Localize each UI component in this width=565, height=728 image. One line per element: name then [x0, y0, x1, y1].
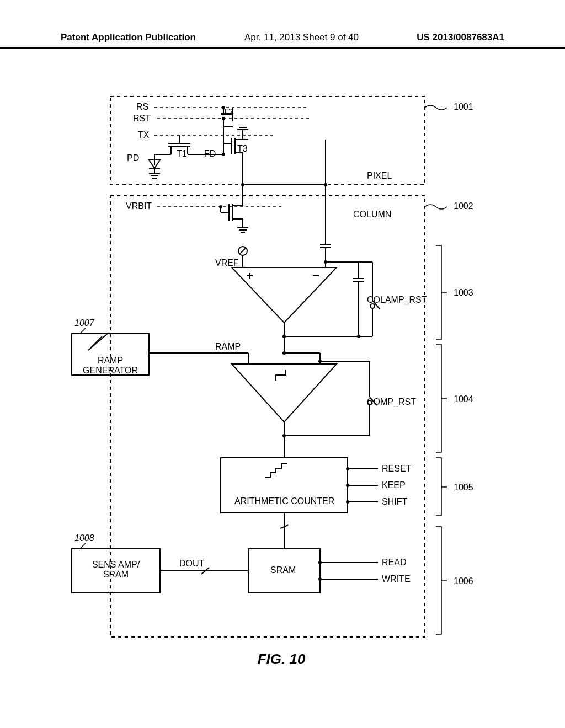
label-write: WRITE [382, 574, 411, 584]
label-pd: PD [127, 153, 139, 163]
ref-1007: 1007 [74, 318, 94, 328]
label-ramp: RAMP [215, 342, 241, 352]
label-vref: VREF [215, 258, 239, 268]
label-ramp-generator: RAMP GENERATOR [83, 356, 138, 376]
label-comp-rst: COMP_RST [367, 397, 416, 407]
svg-point-85 [282, 335, 286, 338]
svg-point-83 [357, 335, 360, 338]
svg-point-56 [324, 183, 327, 186]
label-t2: T2 [223, 108, 233, 117]
svg-rect-1 [110, 196, 425, 637]
header-left: Patent Application Publication [61, 32, 196, 43]
svg-point-72 [324, 260, 327, 264]
ref-1004: 1004 [454, 394, 473, 404]
label-reset: RESET [382, 464, 411, 474]
svg-point-117 [318, 561, 322, 564]
label-colamp-rst: COLAMP_RST [367, 295, 427, 305]
ref-1005: 1005 [454, 483, 473, 493]
figure-title: FIG. 10 [61, 651, 502, 668]
label-sram: SRAM [270, 565, 296, 575]
label-rs: RS [136, 102, 148, 112]
svg-point-107 [346, 467, 349, 470]
svg-line-61 [239, 248, 246, 254]
label-vrbit: VRBIT [126, 201, 152, 211]
figure-container: RS RST TX PD T1 T2 T3 FD PIXEL VRBIT COL… [61, 91, 502, 676]
label-keep: KEEP [382, 480, 406, 490]
label-t3: T3 [237, 144, 248, 154]
svg-point-109 [346, 484, 349, 487]
label-column: COLUMN [353, 210, 391, 220]
svg-point-111 [346, 500, 349, 504]
label-t1: T1 [177, 149, 187, 159]
label-sensamp: SENS AMP/ SRAM [86, 560, 146, 580]
svg-point-119 [318, 577, 322, 581]
ref-1006: 1006 [454, 576, 473, 586]
label-tx: TX [138, 130, 149, 140]
page-header: Patent Application Publication Apr. 11, … [0, 32, 565, 49]
label-rst: RST [133, 114, 151, 124]
label-fd: FD [204, 149, 216, 159]
svg-point-53 [241, 183, 244, 186]
label-read: READ [382, 558, 406, 568]
header-right: US 2013/0087683A1 [417, 32, 504, 43]
svg-point-96 [318, 360, 322, 363]
svg-point-103 [282, 434, 286, 437]
ref-1003: 1003 [454, 288, 473, 298]
page: Patent Application Publication Apr. 11, … [0, 0, 565, 728]
label-dout: DOUT [179, 559, 204, 569]
ref-1008: 1008 [74, 533, 94, 543]
header-mid: Apr. 11, 2013 Sheet 9 of 40 [244, 32, 359, 43]
ref-1001: 1001 [454, 102, 473, 112]
label-shift: SHIFT [382, 497, 407, 507]
label-arithmetic-counter: ARITHMETIC COUNTER [234, 496, 334, 506]
svg-marker-90 [232, 364, 337, 422]
label-pixel: PIXEL [367, 171, 392, 181]
ref-1002: 1002 [454, 201, 473, 211]
svg-point-93 [282, 351, 286, 355]
